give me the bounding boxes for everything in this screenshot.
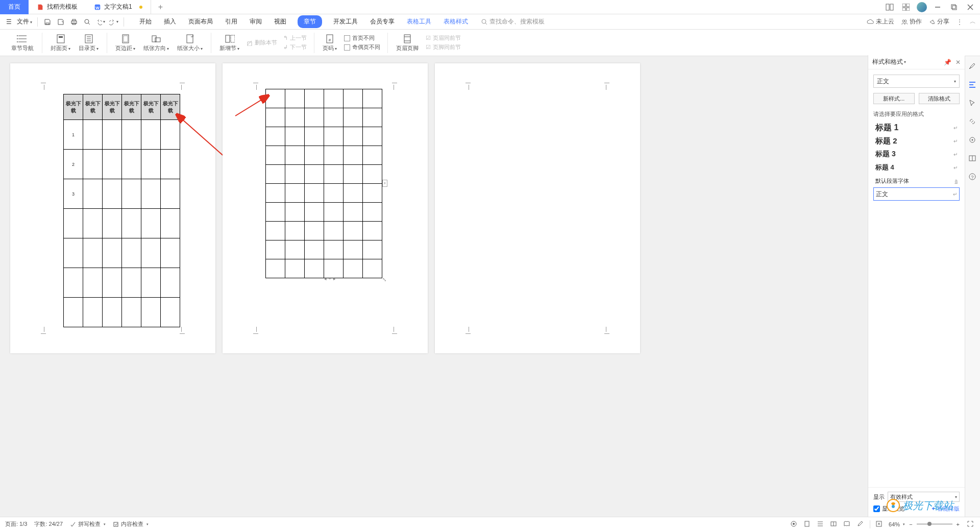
svg-rect-4 xyxy=(902,4,905,7)
tab-document[interactable]: W 文字文稿1 xyxy=(86,0,151,14)
svg-rect-36 xyxy=(124,36,128,42)
window-layout-icon[interactable] xyxy=(884,2,895,13)
more-icon[interactable]: ⋮ xyxy=(957,18,963,26)
svg-rect-44 xyxy=(404,35,410,43)
chevron-down-icon: ▾ xyxy=(335,46,337,51)
svg-text:#: # xyxy=(329,38,331,42)
apps-grid-icon[interactable] xyxy=(900,2,912,13)
chevron-down-icon: ▾ xyxy=(201,46,203,51)
svg-rect-40 xyxy=(226,35,230,42)
command-search[interactable]: 查找命令、搜索模板 xyxy=(481,17,545,26)
svg-rect-6 xyxy=(902,8,905,11)
collab-icon xyxy=(901,19,908,25)
menu-tab-4[interactable]: 审阅 xyxy=(249,15,263,28)
new-section-icon xyxy=(224,33,236,44)
menu-tab-8[interactable]: 会员专享 xyxy=(369,15,396,28)
header-footer-icon xyxy=(401,33,413,44)
user-avatar[interactable] xyxy=(917,2,927,12)
new-tab-button[interactable]: + xyxy=(151,3,170,12)
menu-tab-3[interactable]: 引用 xyxy=(224,15,238,28)
print-icon[interactable] xyxy=(69,17,79,27)
chevron-down-icon: ▾ xyxy=(133,46,135,51)
cover-page-button[interactable]: 封面页▾ xyxy=(46,33,75,52)
odd-even-diff[interactable]: 奇偶页不同 xyxy=(344,43,380,51)
ribbon-section: 章节导航 封面页▾ 目录页▾ 页边距▾ 纸张方向▾ 纸张大小▾ 新增节▾ 删除本… xyxy=(0,30,980,56)
svg-rect-3 xyxy=(890,4,893,10)
header-link-prev[interactable]: ☑页眉同前节 xyxy=(426,34,461,42)
svg-rect-30 xyxy=(59,36,63,38)
chevron-down-icon: ▾ xyxy=(237,46,239,51)
new-section-button[interactable]: 新增节▾ xyxy=(215,33,243,52)
size-icon xyxy=(184,33,196,44)
titlebar: 首页 找稻壳模板 W 文字文稿1 + xyxy=(0,0,980,14)
toc-icon xyxy=(83,33,95,44)
svg-text:W: W xyxy=(95,5,100,10)
menu-tab-6[interactable]: 章节 xyxy=(298,15,322,28)
margin-button[interactable]: 页边距▾ xyxy=(111,33,139,52)
divider xyxy=(37,17,38,27)
tab-document-label: 文字文稿1 xyxy=(104,3,132,11)
svg-rect-39 xyxy=(187,35,193,43)
menu-tab-1[interactable]: 插入 xyxy=(163,15,177,28)
maximize-button[interactable] xyxy=(948,2,960,13)
svg-rect-2 xyxy=(886,4,889,10)
header-footer-button[interactable]: 页眉页脚 xyxy=(392,33,423,52)
link-prev-options: ☑页眉同前节 ☑页脚同前节 xyxy=(423,34,464,51)
list-icon xyxy=(16,33,29,44)
tab-templates-label: 找稻壳模板 xyxy=(47,3,78,11)
close-button[interactable] xyxy=(965,2,976,13)
collapse-ribbon-icon[interactable]: ︿ xyxy=(970,17,976,26)
orientation-button[interactable]: 纸张方向▾ xyxy=(139,33,173,52)
svg-point-28 xyxy=(17,41,18,42)
delete-section[interactable]: 删除本节 xyxy=(247,39,277,46)
menu-tab-7[interactable]: 开发工具 xyxy=(332,15,359,28)
save-icon[interactable] xyxy=(43,17,52,27)
tab-home[interactable]: 首页 xyxy=(0,0,29,14)
menu-tab-5[interactable]: 视图 xyxy=(273,15,287,28)
save-as-icon[interactable] xyxy=(56,17,65,27)
menubar-right: 未上云 协作 分享 ⋮ ︿ xyxy=(867,17,976,26)
styles-panel: 样式和格式▾ 📌 ✕ 正文▾ 新样式... 清除格式 请选择要应用的格式 标题 … xyxy=(868,55,965,56)
menu-tab-0[interactable]: 开始 xyxy=(138,15,153,28)
hamburger-icon[interactable]: ☰ xyxy=(4,17,14,27)
checkbox-icon xyxy=(344,44,350,51)
footer-link-prev[interactable]: ☑页脚同前节 xyxy=(426,43,461,51)
share-button[interactable]: 分享 xyxy=(929,17,949,26)
minimize-button[interactable] xyxy=(932,2,943,13)
menu-tab-2[interactable]: 页面布局 xyxy=(187,15,214,28)
page-number-icon: # xyxy=(324,33,336,44)
cloud-icon xyxy=(867,19,874,25)
chevron-down-icon: ▾ xyxy=(68,46,70,51)
quick-tools: ▾ ▾ xyxy=(43,17,118,27)
toc-page-button[interactable]: 目录页▾ xyxy=(75,33,103,52)
undo-icon[interactable]: ▾ xyxy=(96,17,105,27)
tab-templates[interactable]: 找稻壳模板 xyxy=(29,0,86,14)
prev-section[interactable]: ↰上一节 xyxy=(283,34,307,42)
paper-size-button[interactable]: 纸张大小▾ xyxy=(173,33,207,52)
svg-rect-5 xyxy=(906,4,910,7)
svg-rect-10 xyxy=(952,6,957,10)
page-number-button[interactable]: # 页码▾ xyxy=(318,33,341,52)
chevron-down-icon: ▾ xyxy=(167,46,169,51)
word-doc-icon: W xyxy=(94,4,101,11)
menu-tab-10[interactable]: 表格样式 xyxy=(443,15,469,28)
svg-rect-41 xyxy=(231,35,235,42)
menu-tab-9[interactable]: 表格工具 xyxy=(406,15,432,28)
redo-icon[interactable]: ▾ xyxy=(109,17,118,27)
svg-point-27 xyxy=(17,38,18,39)
next-section[interactable]: ↲下一节 xyxy=(283,43,307,51)
svg-point-26 xyxy=(17,35,18,36)
chevron-down-icon: ▾ xyxy=(30,20,32,25)
menu-tabs: 开始插入页面布局引用审阅视图章节开发工具会员专享表格工具表格样式 xyxy=(138,15,469,28)
print-preview-icon[interactable] xyxy=(83,17,92,27)
first-page-diff[interactable]: 首页不同 xyxy=(344,34,380,42)
delete-icon xyxy=(247,40,253,46)
orientation-icon xyxy=(150,33,162,44)
section-actions: 删除本节 xyxy=(243,39,280,46)
file-menu[interactable]: 文件▾ xyxy=(17,17,32,26)
section-nav: ↰上一节 ↲下一节 xyxy=(280,34,310,51)
cloud-status[interactable]: 未上云 xyxy=(867,17,894,26)
chapter-nav-button[interactable]: 章节导航 xyxy=(7,33,38,52)
titlebar-right xyxy=(884,2,980,13)
collab-button[interactable]: 协作 xyxy=(901,17,922,26)
